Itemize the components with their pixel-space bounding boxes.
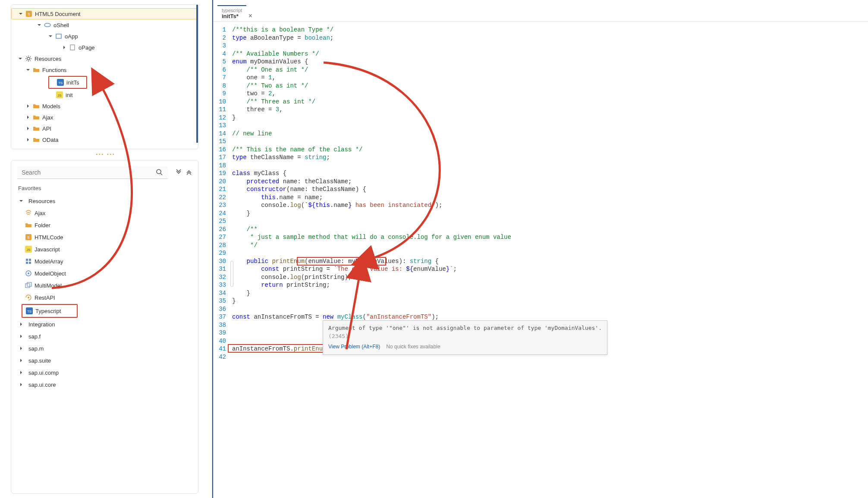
tree-label: oPage [79, 44, 95, 51]
group-label: Resources [28, 198, 55, 204]
tree-item-odata[interactable]: OData [11, 134, 198, 145]
group-label: sap.suite [28, 357, 51, 364]
collapse-all-icon[interactable] [186, 169, 192, 176]
svg-point-5 [27, 57, 30, 60]
caret-down-icon [17, 56, 23, 62]
resource-multimodel[interactable]: MultiModel [11, 279, 198, 291]
close-icon[interactable]: × [248, 12, 252, 20]
tree-item-oapp[interactable]: oApp [11, 31, 198, 42]
gutter-drag-handle[interactable] [230, 261, 233, 287]
folder-icon [33, 125, 40, 132]
folder-icon [33, 103, 40, 110]
restapi-icon [25, 294, 32, 301]
editor-tab-initts[interactable]: typescript initTs* × [217, 5, 246, 21]
tree-item-init[interactable]: JS init [11, 89, 198, 100]
group-sapuicomp[interactable]: sap.ui.comp [11, 366, 198, 379]
group-sapm[interactable]: sap.m [11, 342, 198, 354]
tree-item-initts[interactable]: TS initTs [49, 77, 86, 88]
resource-typescript[interactable]: TSTypescript [22, 305, 77, 317]
view-problem-link[interactable]: View Problem (Alt+F8) [328, 344, 380, 350]
tree-item-api[interactable]: API [11, 123, 198, 134]
typescript-icon: TS [57, 79, 64, 86]
multimodel-icon [25, 282, 32, 289]
modelarray-icon [25, 258, 32, 265]
caret-right-icon [18, 357, 24, 363]
expand-all-icon[interactable] [176, 169, 182, 176]
svg-rect-17 [29, 259, 31, 261]
svg-rect-19 [29, 262, 31, 264]
resource-label: Typescript [35, 308, 61, 314]
svg-line-11 [160, 173, 162, 175]
svg-text:TS: TS [27, 310, 31, 313]
resource-folder[interactable]: Folder [11, 219, 198, 231]
html5-icon: 5 [25, 10, 32, 17]
folder-icon [25, 222, 32, 229]
svg-rect-16 [26, 259, 28, 261]
svg-point-24 [28, 297, 29, 298]
line-number-gutter: 1234567891011121314151617181920212223242… [213, 26, 232, 498]
tree-item-opage[interactable]: oPage [11, 42, 198, 53]
svg-text:TS: TS [58, 81, 63, 85]
svg-rect-18 [26, 262, 28, 264]
tree-item-ajax[interactable]: Ajax [11, 112, 198, 123]
search-input[interactable] [17, 166, 168, 179]
caret-right-icon [61, 44, 67, 50]
resource-restapi[interactable]: RestAPI [11, 291, 198, 304]
tree-label: initTs [66, 79, 79, 86]
group-label: sap.m [28, 345, 44, 352]
resource-label: Ajax [35, 210, 45, 216]
group-integration[interactable]: Integration [11, 318, 198, 330]
resource-label: Javascript [35, 246, 60, 253]
tree-item-functions[interactable]: Functions [11, 64, 198, 75]
tab-filename: initTs* [222, 13, 242, 19]
code-content[interactable]: /**this is a boolean Type */ type aBoole… [232, 26, 868, 498]
caret-right-icon [25, 103, 31, 109]
folder-open-icon [33, 66, 40, 73]
resource-label: ModelObject [35, 270, 66, 277]
svg-text:JS: JS [57, 94, 61, 97]
group-sapsuite[interactable]: sap.suite [11, 354, 198, 366]
code-editor[interactable]: 1234567891011121314151617181920212223242… [213, 22, 868, 498]
caret-right-icon [25, 125, 31, 132]
tree-item-oshell[interactable]: oShell [11, 19, 198, 31]
tree-item-resources[interactable]: Resources [11, 53, 198, 64]
scroll-indicator [196, 5, 198, 143]
typescript-icon: TS [26, 307, 33, 314]
caret-down-icon [18, 198, 24, 204]
tree-label: API [42, 125, 51, 132]
caret-right-icon [25, 114, 31, 120]
folder-icon [33, 136, 40, 143]
html5-icon: 5 [25, 234, 32, 241]
resource-ajax[interactable]: Ajax [11, 207, 198, 219]
caret-down-icon [47, 33, 53, 39]
resource-modelobject[interactable]: ModelObject [11, 267, 198, 279]
app-icon [55, 33, 62, 40]
group-label: sap.ui.core [28, 382, 56, 388]
tree-label: OData [42, 137, 59, 143]
resource-label: MultiModel [35, 282, 62, 289]
group-label: Integration [28, 321, 55, 328]
shell-icon [44, 22, 51, 28]
resources-group[interactable]: Resources [11, 195, 198, 207]
group-sapf[interactable]: sap.f [11, 330, 198, 342]
tree-root-html5[interactable]: 5 HTML5 Document [11, 8, 198, 19]
group-sapuicore[interactable]: sap.ui.core [11, 379, 198, 391]
svg-point-21 [28, 272, 29, 274]
tree-label: oApp [65, 33, 78, 40]
svg-text:JS: JS [26, 248, 30, 252]
svg-point-10 [157, 169, 161, 174]
tree-label: init [66, 92, 73, 98]
caret-down-icon [25, 67, 31, 73]
editor-tab-bar: typescript initTs* × [213, 0, 868, 22]
resource-label: RestAPI [35, 294, 55, 301]
tree-label: Functions [42, 67, 66, 73]
resource-javascript[interactable]: JSJavascript [11, 243, 198, 255]
tree-label: Resources [35, 56, 61, 62]
panel-resize-handle[interactable]: ▪▪▪ ▪▪▪ [0, 152, 211, 157]
search-icon[interactable] [156, 169, 163, 177]
tree-item-models[interactable]: Models [11, 100, 198, 112]
svg-point-2 [44, 23, 50, 27]
resource-htmlcode[interactable]: 5HTMLCode [11, 231, 198, 243]
caret-right-icon [18, 345, 24, 351]
resource-modelarray[interactable]: ModelArray [11, 255, 198, 267]
